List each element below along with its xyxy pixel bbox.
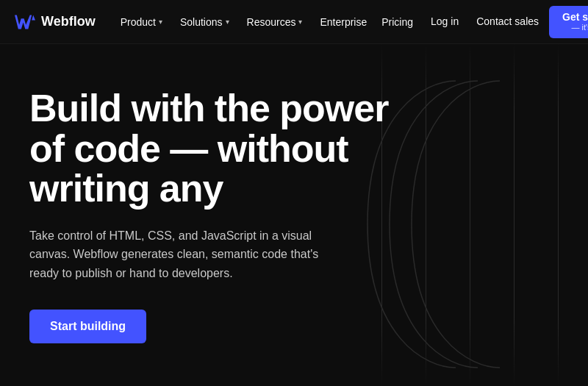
nav-item-resources[interactable]: Resources ▾: [240, 10, 310, 34]
logo-text: Webflow: [41, 14, 96, 29]
get-started-label: Get started: [562, 11, 588, 24]
nav-pricing-link[interactable]: Pricing: [374, 10, 420, 34]
get-started-button[interactable]: Get started — it's free: [549, 6, 588, 38]
chevron-down-icon: ▾: [298, 18, 302, 26]
nav-item-product[interactable]: Product ▾: [113, 10, 170, 34]
vert-line-5: [558, 44, 559, 386]
nav-contact-link[interactable]: Contact sales: [469, 10, 546, 34]
nav-right: Pricing Log in Contact sales Get started…: [374, 6, 588, 38]
logo-link[interactable]: Webflow: [15, 14, 96, 29]
hero-content: Build with the power of code — without w…: [29, 88, 390, 343]
nav-label-enterprise: Enterprise: [320, 16, 367, 28]
nav-links: Product ▾ Solutions ▾ Resources ▾ Enterp…: [113, 10, 375, 34]
nav-label-resources: Resources: [247, 16, 296, 28]
nav-label-product: Product: [121, 16, 156, 28]
nav-login-link[interactable]: Log in: [423, 10, 466, 34]
chevron-down-icon: ▾: [226, 18, 229, 26]
nav-item-solutions[interactable]: Solutions ▾: [173, 10, 237, 34]
hero-subtitle: Take control of HTML, CSS, and JavaScrip…: [29, 226, 323, 283]
pricing-label: Pricing: [381, 16, 413, 28]
nav-label-solutions: Solutions: [180, 16, 223, 28]
contact-label: Contact sales: [476, 15, 539, 27]
chevron-down-icon: ▾: [159, 18, 162, 26]
nav-item-enterprise[interactable]: Enterprise: [312, 10, 374, 34]
get-started-sublabel: — it's free: [571, 23, 588, 32]
hero-title: Build with the power of code — without w…: [29, 88, 390, 209]
webflow-logo-icon: [15, 15, 35, 29]
navbar: Webflow Product ▾ Solutions ▾ Resources …: [0, 0, 588, 44]
login-label: Log in: [431, 15, 459, 27]
hero-section: Build with the power of code — without w…: [0, 44, 588, 386]
start-building-button[interactable]: Start building: [29, 310, 146, 343]
